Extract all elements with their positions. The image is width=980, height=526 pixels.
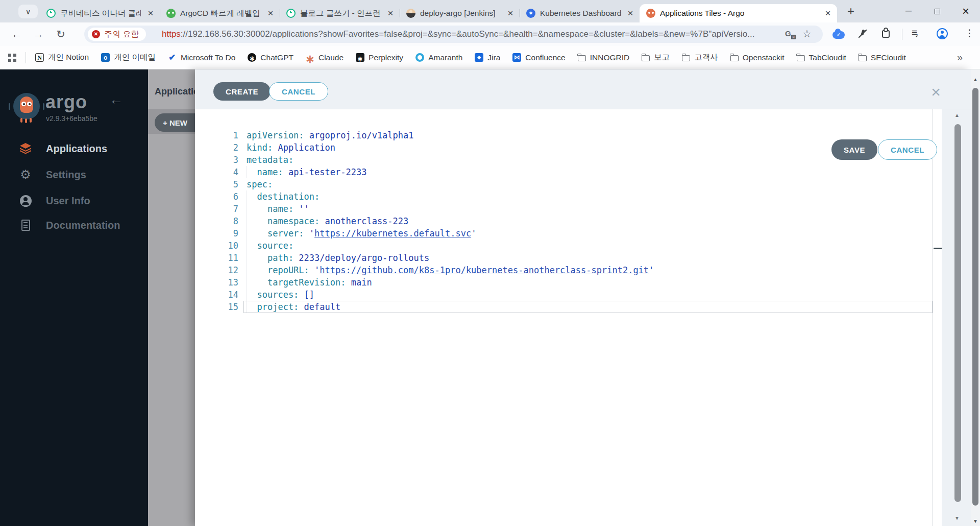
back-button[interactable]: ← <box>9 27 24 42</box>
token-key: sources: <box>257 290 299 300</box>
page-header-dimmed: Applicatio <box>148 69 195 109</box>
bookmark-item[interactable]: Confluence <box>512 53 565 62</box>
bookmark-item[interactable]: SECloudit <box>859 53 906 62</box>
reload-button[interactable]: ↻ <box>53 27 68 42</box>
tab-strip: ∨ 쿠버네티스 어나더 클래스×ArgoCD 빠르게 레벨업 하×블로그 글쓰기… <box>0 0 980 22</box>
close-window-button[interactable]: × <box>951 0 980 22</box>
tab-jenkins[interactable]: deploy-argo [Jenkins]× <box>400 4 520 22</box>
tab-inflearn[interactable]: 쿠버네티스 어나더 클래스× <box>40 4 160 22</box>
tab-close-icon[interactable]: × <box>823 8 833 19</box>
bookmark-item[interactable]: 보고 <box>642 52 670 63</box>
bookmark-item[interactable]: ChatGPT <box>248 53 293 62</box>
new-app-button[interactable]: + NEW <box>155 113 195 132</box>
token-key: spec: <box>247 179 273 189</box>
panel-scroll-down-arrow[interactable]: ▼ <box>954 515 960 521</box>
toolbar-divider <box>902 29 902 40</box>
blocked-extension-icon[interactable] <box>857 28 868 39</box>
minimize-button[interactable]: ─ <box>894 0 923 22</box>
indent-guide <box>247 301 257 313</box>
indent-guide <box>247 289 257 301</box>
profile-avatar-icon[interactable] <box>937 28 948 39</box>
bookmarks-list: 개인 Notion개인 이메일Microsoft To DoChatGPTCla… <box>35 52 906 63</box>
address-bar[interactable]: ✕ 주의 요함 https://192.168.56.30:30002/appl… <box>84 26 823 43</box>
panel-scrollbar-thumb[interactable] <box>954 124 961 502</box>
bookmark-item[interactable]: Jira <box>475 53 500 62</box>
tab-close-icon[interactable]: × <box>385 8 396 19</box>
scroll-down-arrow[interactable]: ▼ <box>971 518 980 524</box>
tab-title: deploy-argo [Jenkins] <box>420 9 501 18</box>
save-button[interactable]: SAVE <box>831 139 877 160</box>
cancel-button[interactable]: CANCEL <box>269 82 328 101</box>
line-number: 1 <box>195 129 238 141</box>
panel-scroll-up-arrow[interactable]: ▲ <box>954 112 960 118</box>
indent-guide <box>247 252 257 264</box>
token-key: project: <box>257 302 299 312</box>
cloud-sync-icon[interactable] <box>832 31 845 39</box>
new-tab-button[interactable]: + <box>843 4 859 19</box>
bookmark-item[interactable]: 개인 이메일 <box>101 52 156 63</box>
tab-close-icon[interactable]: × <box>625 8 635 19</box>
bookmark-item[interactable]: TabCloudit <box>797 53 846 62</box>
url-text[interactable]: https://192.168.56.30:30002/applications… <box>162 26 779 43</box>
tab-close-icon[interactable]: × <box>265 8 276 19</box>
sidebar-item-label: Applications <box>46 143 107 155</box>
window-controls: ─ × <box>894 0 980 22</box>
bookmarks-bar: 개인 Notion개인 이메일Microsoft To DoChatGPTCla… <box>0 46 980 69</box>
argo-favicon <box>646 9 655 18</box>
sidebar-collapse-arrow[interactable]: ← <box>109 92 123 108</box>
create-application-panel: CREATE CANCEL × 1apiVersion: argoproj.io… <box>195 69 971 526</box>
forward-button[interactable]: → <box>31 27 46 42</box>
perplexity-icon <box>356 53 364 62</box>
bookmark-item[interactable]: 개인 Notion <box>35 52 89 63</box>
cancel-edit-button[interactable]: CANCEL <box>878 139 937 160</box>
tab-kubernetes[interactable]: Kubernetes Dashboard× <box>520 4 640 22</box>
bookmark-item[interactable]: Amaranth <box>415 53 462 62</box>
tab-close-icon[interactable]: × <box>505 8 516 19</box>
amaranth-icon <box>415 53 424 62</box>
tab-argocd-green[interactable]: ArgoCD 빠르게 레벨업 하× <box>160 4 280 22</box>
scrollbar-thumb[interactable] <box>972 88 978 506</box>
create-button[interactable]: CREATE <box>213 82 271 101</box>
bookmark-item[interactable]: Microsoft To Do <box>168 53 235 62</box>
bookmark-label: SECloudit <box>871 53 906 62</box>
bookmark-item[interactable]: Claude <box>306 53 344 62</box>
inflearn-favicon <box>286 9 296 18</box>
bookmarks-overflow-chevron[interactable]: » <box>957 52 963 63</box>
sidebar-item-applications[interactable]: Applications <box>0 141 148 156</box>
code-line-6: 6destination: <box>195 190 933 203</box>
sidebar-item-settings[interactable]: ⚙Settings <box>0 167 148 182</box>
tab-title: Applications Tiles - Argo <box>660 9 818 18</box>
url-rest: ://192.168.56.30:30002/applications?show… <box>181 29 755 39</box>
tab-search-button[interactable]: ∨ <box>18 5 38 18</box>
extensions-icon[interactable] <box>882 30 890 38</box>
tab-argo[interactable]: Applications Tiles - Argo× <box>640 4 837 22</box>
bookmark-item[interactable]: INNOGRID <box>578 53 630 62</box>
argo-logo[interactable] <box>13 93 40 119</box>
maximize-button[interactable] <box>923 0 951 22</box>
tab-close-icon[interactable]: × <box>145 8 156 19</box>
tab-inflearn[interactable]: 블로그 글쓰기 - 인프런 | 자× <box>280 4 400 22</box>
scroll-up-arrow[interactable]: ▲ <box>971 77 980 82</box>
token-val: ' <box>304 228 314 238</box>
kubernetes-favicon <box>526 9 535 18</box>
bookmark-item[interactable]: Perplexity <box>356 53 403 62</box>
folder-icon <box>797 55 805 61</box>
close-panel-icon[interactable]: × <box>931 84 941 100</box>
sidebar-item-user-info[interactable]: User Info <box>0 193 148 208</box>
bookmark-item[interactable]: Openstackit <box>730 53 785 62</box>
line-number: 11 <box>195 252 238 264</box>
inflearn-favicon <box>46 9 56 18</box>
browser-menu-icon[interactable]: ⋮ <box>965 27 974 39</box>
bookmark-star-icon[interactable]: ☆ <box>802 28 812 40</box>
security-badge[interactable]: ✕ 주의 요함 <box>88 28 146 41</box>
code-line-12: 12repoURL: 'https://github.com/k8s-1pro/… <box>195 264 933 276</box>
code-line-text: namespace: anotherclass-223 <box>243 215 933 227</box>
sidebar-item-documentation[interactable]: Documentation <box>0 218 148 233</box>
logo-mark <box>43 103 44 110</box>
media-controls-icon[interactable]: ≡ <box>912 27 921 38</box>
bookmark-item[interactable]: 고객사 <box>682 52 718 63</box>
code-line-text: spec: <box>243 178 933 190</box>
yaml-editor[interactable]: 1apiVersion: argoproj.io/v1alpha12kind: … <box>195 129 933 313</box>
apps-grid-icon[interactable] <box>8 54 16 62</box>
translate-icon[interactable] <box>785 29 795 39</box>
